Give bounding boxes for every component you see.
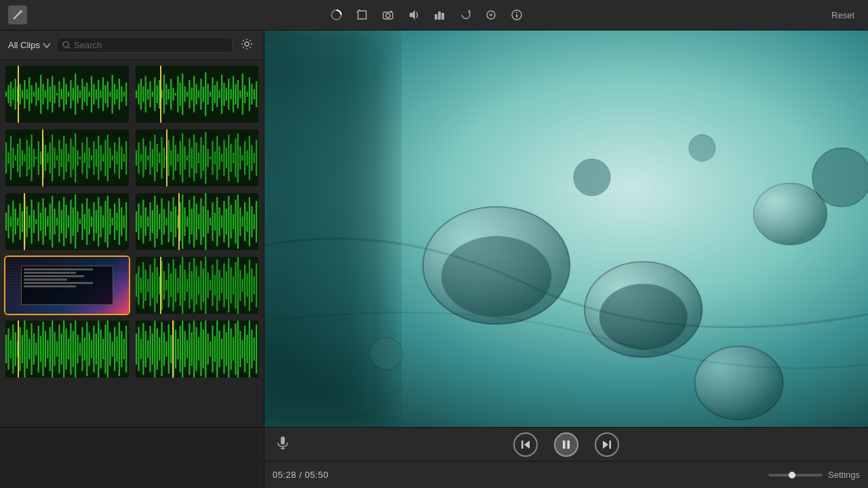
svg-point-519 [812, 148, 868, 207]
svg-rect-429 [63, 321, 64, 378]
svg-rect-487 [202, 329, 203, 368]
svg-point-21 [516, 12, 517, 14]
svg-rect-417 [35, 342, 37, 355]
svg-rect-167 [81, 142, 83, 174]
crop-tool[interactable] [353, 5, 372, 24]
svg-rect-431 [68, 339, 69, 360]
svg-rect-452 [116, 336, 117, 362]
svg-rect-398 [246, 274, 248, 297]
scrubber-thumb[interactable] [789, 472, 795, 479]
list-item[interactable] [134, 319, 260, 379]
timeline-scrubber[interactable] [768, 474, 823, 476]
pause-button[interactable] [554, 432, 578, 457]
svg-rect-247 [17, 218, 18, 225]
scrubber-bar[interactable] [768, 474, 823, 476]
svg-rect-181 [114, 142, 115, 174]
toolbar-right: Reset [826, 7, 860, 23]
svg-rect-410 [19, 327, 20, 371]
svg-rect-102 [186, 92, 187, 97]
svg-rect-322 [195, 203, 197, 239]
svg-rect-197 [156, 144, 157, 172]
magic-wand-tool[interactable] [8, 5, 27, 24]
svg-rect-168 [84, 152, 85, 163]
svg-rect-368 [177, 278, 178, 293]
svg-rect-68 [102, 77, 104, 111]
list-item[interactable] [4, 128, 130, 188]
svg-rect-111 [207, 84, 208, 105]
svg-rect-107 [197, 90, 199, 98]
svg-rect-14 [435, 14, 437, 20]
color-tool[interactable] [327, 5, 346, 24]
svg-rect-432 [70, 323, 71, 375]
svg-rect-350 [136, 274, 137, 297]
svg-rect-65 [96, 89, 97, 99]
settings-icon-button[interactable] [238, 35, 256, 56]
svg-rect-366 [172, 260, 174, 311]
svg-rect-377 [197, 277, 199, 295]
bar-chart-tool[interactable] [430, 5, 449, 24]
info-tool[interactable] [507, 5, 526, 24]
list-item[interactable] [134, 256, 260, 315]
svg-rect-419 [40, 336, 41, 362]
svg-rect-113 [212, 77, 213, 111]
microphone-button[interactable] [275, 435, 290, 453]
svg-rect-77 [123, 92, 125, 97]
filter-tool[interactable] [481, 5, 500, 24]
svg-rect-435 [77, 335, 78, 363]
svg-rect-82 [140, 79, 141, 110]
svg-rect-163 [73, 146, 74, 169]
clips-dropdown[interactable]: All Clips [8, 40, 51, 50]
list-item[interactable] [134, 192, 260, 251]
svg-rect-198 [159, 152, 160, 163]
svg-rect-470 [163, 332, 164, 366]
svg-rect-418 [38, 326, 39, 373]
svg-rect-454 [121, 331, 122, 367]
svg-rect-301 [147, 216, 149, 226]
svg-rect-161 [68, 154, 69, 161]
chevron-down-icon [43, 43, 51, 48]
reset-button[interactable]: Reset [826, 7, 860, 23]
svg-rect-172 [93, 141, 94, 175]
svg-rect-425 [54, 332, 55, 366]
svg-rect-38 [33, 92, 35, 97]
list-item[interactable] [4, 256, 130, 315]
list-item[interactable] [134, 128, 260, 188]
svg-rect-479 [184, 331, 185, 367]
svg-rect-501 [235, 323, 236, 375]
svg-point-522 [441, 236, 552, 317]
svg-rect-39 [35, 83, 37, 106]
next-button[interactable] [595, 432, 619, 457]
svg-rect-329 [212, 202, 213, 241]
svg-rect-440 [89, 332, 90, 366]
loop-tool[interactable] [456, 5, 475, 24]
svg-rect-100 [182, 73, 183, 115]
svg-rect-63 [91, 76, 92, 112]
svg-rect-220 [209, 157, 210, 159]
list-item[interactable] [4, 64, 130, 124]
svg-rect-354 [144, 270, 146, 301]
svg-rect-188 [136, 150, 137, 166]
svg-rect-245 [12, 201, 14, 242]
svg-rect-512 [264, 30, 387, 427]
svg-rect-240 [255, 140, 256, 176]
svg-rect-147 [35, 157, 37, 159]
svg-rect-183 [119, 137, 120, 178]
previous-button[interactable] [513, 432, 538, 457]
svg-rect-189 [138, 142, 139, 174]
search-input[interactable] [74, 40, 226, 50]
svg-rect-213 [193, 135, 195, 182]
camera-tool[interactable] [378, 5, 397, 24]
list-item[interactable] [4, 192, 130, 251]
svg-rect-244 [10, 216, 12, 226]
list-item[interactable] [134, 64, 260, 124]
settings-label[interactable]: Settings [828, 470, 860, 480]
audio-tool[interactable] [404, 5, 423, 24]
svg-point-12 [386, 14, 390, 18]
svg-rect-434 [75, 321, 76, 378]
svg-rect-116 [218, 90, 220, 98]
svg-rect-62 [89, 92, 90, 97]
list-item[interactable] [4, 319, 130, 379]
svg-rect-506 [246, 335, 248, 363]
search-box[interactable] [56, 37, 233, 53]
svg-rect-66 [98, 80, 99, 108]
